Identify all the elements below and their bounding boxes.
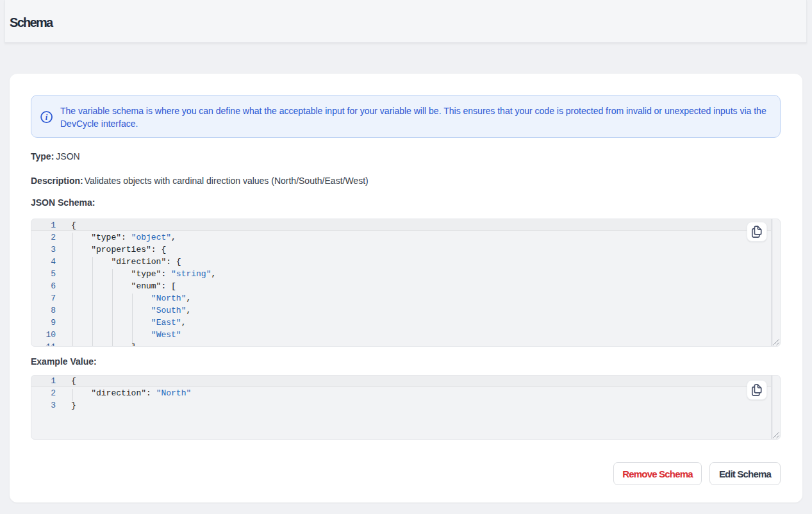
svg-text:i: i xyxy=(46,113,48,122)
